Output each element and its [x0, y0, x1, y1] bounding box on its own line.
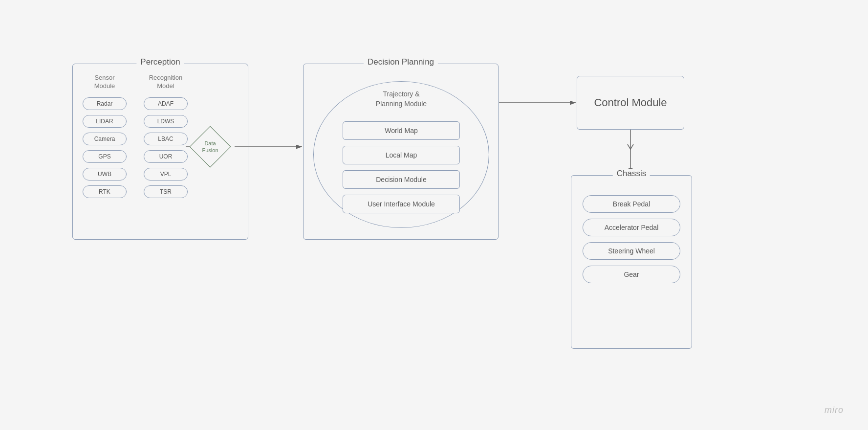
recognition-column: RecognitionModel ADAF LDWS LBAC UOR VPL …	[144, 74, 188, 203]
sensor-rtk: RTK	[83, 185, 127, 198]
perception-title: Perception	[136, 57, 184, 67]
recog-tsr: TSR	[144, 185, 188, 198]
decision-module: Decision Module	[343, 170, 460, 189]
modules-area: World Map Local Map Decision Module User…	[343, 120, 460, 213]
sensor-col-title: SensorModule	[83, 74, 127, 91]
chassis-box: Chassis Break Pedal Accelerator Pedal St…	[571, 175, 692, 349]
sensor-radar: Radar	[83, 97, 127, 110]
data-fusion-label: DataFusion	[191, 127, 230, 166]
sensor-lidar: LIDAR	[83, 115, 127, 128]
user-interface-module: User Interface Module	[343, 195, 460, 213]
trajectory-circle-title: Trajectory &Planning Module	[376, 90, 427, 109]
chassis-steering-wheel: Steering Wheel	[583, 242, 680, 260]
sensor-uwb: UWB	[83, 168, 127, 181]
decision-planning-box: Decision Planning Trajectory &Planning M…	[303, 64, 499, 240]
miro-watermark: miro	[825, 405, 844, 415]
sensor-column: SensorModule Radar LIDAR Camera GPS UWB …	[83, 74, 127, 203]
trajectory-planning-circle: Trajectory &Planning Module World Map Lo…	[313, 81, 489, 228]
control-module-box: Control Module	[577, 76, 684, 130]
chassis-break-pedal: Break Pedal	[583, 195, 680, 213]
canvas: Perception SensorModule Radar LIDAR Came…	[0, 0, 868, 430]
recog-ldws: LDWS	[144, 115, 188, 128]
chassis-gear: Gear	[583, 266, 680, 283]
recog-uor: UOR	[144, 150, 188, 163]
control-module-title: Control Module	[594, 96, 667, 109]
chassis-accelerator-pedal: Accelerator Pedal	[583, 219, 680, 236]
recog-adaf: ADAF	[144, 97, 188, 110]
recog-lbac: LBAC	[144, 133, 188, 145]
decision-planning-title: Decision Planning	[364, 57, 438, 67]
world-map-module: World Map	[343, 121, 460, 140]
local-map-module: Local Map	[343, 146, 460, 164]
recog-vpl: VPL	[144, 168, 188, 181]
recognition-col-title: RecognitionModel	[144, 74, 188, 91]
chassis-title: Chassis	[613, 169, 650, 179]
sensor-camera: Camera	[83, 133, 127, 145]
data-fusion-diamond: DataFusion	[191, 127, 230, 166]
sensor-gps: GPS	[83, 150, 127, 163]
